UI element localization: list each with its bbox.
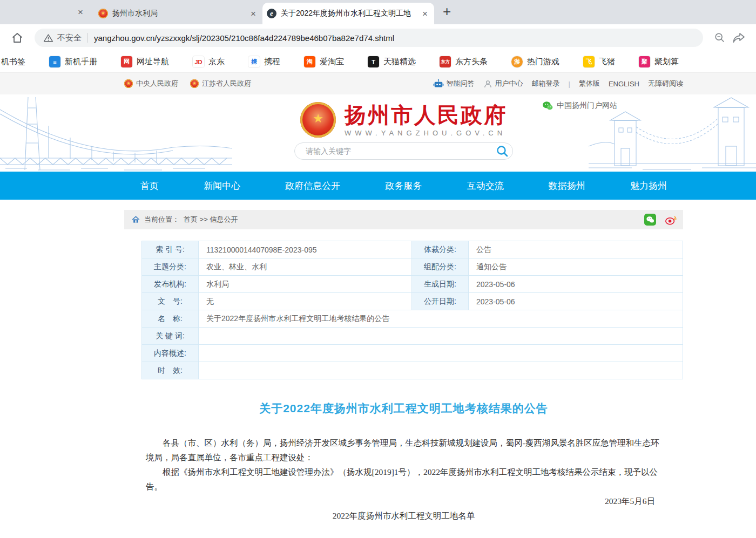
nav-item-news[interactable]: 新闻中心 bbox=[204, 180, 240, 192]
jiangsu-gov-link[interactable]: 江苏省人民政府 bbox=[190, 79, 251, 88]
bookmark-item[interactable]: 淘 爱淘宝 bbox=[304, 56, 344, 67]
national-emblem-icon bbox=[300, 102, 336, 138]
gov-emblem-icon bbox=[190, 79, 199, 88]
meta-label: 体裁分类: bbox=[412, 241, 469, 258]
table-row: 内容概述: bbox=[142, 345, 683, 362]
english-link[interactable]: ENGLISH bbox=[609, 80, 639, 88]
bookmark-item[interactable]: 机书签 bbox=[1, 57, 25, 67]
zoom-out-icon[interactable] bbox=[714, 32, 726, 44]
meta-value bbox=[199, 328, 683, 345]
taobao-icon: 淘 bbox=[304, 56, 315, 67]
site-url: WWW.YANGZHOU.GOV.CN bbox=[345, 129, 507, 137]
search-icon[interactable] bbox=[495, 144, 509, 158]
bookmark-label: 飞猪 bbox=[599, 57, 615, 67]
bookmark-item[interactable]: 游 热门游戏 bbox=[511, 56, 559, 67]
close-tab-icon[interactable]: × bbox=[420, 8, 430, 19]
site-header: 扬州市人民政府 WWW.YANGZHOU.GOV.CN 中国扬州门户网站 bbox=[0, 94, 756, 172]
bookmark-item[interactable]: 网 网址导航 bbox=[121, 56, 169, 67]
new-tab-button[interactable]: + bbox=[443, 3, 451, 20]
nav-item-charm[interactable]: 魅力扬州 bbox=[630, 180, 667, 192]
bookmark-item[interactable]: 飞 飞猪 bbox=[583, 56, 615, 67]
table-row: 文 号: 无 公开日期: 2023-05-06 bbox=[142, 293, 683, 310]
manual-icon: ≡ bbox=[49, 56, 60, 67]
tab-title: 扬州市水利局 bbox=[112, 9, 244, 18]
weibo-share-icon[interactable] bbox=[665, 214, 677, 226]
site-favicon-icon: e bbox=[267, 9, 276, 18]
games-icon: 游 bbox=[511, 56, 523, 67]
close-tab-icon[interactable]: × bbox=[248, 8, 258, 19]
site-search[interactable] bbox=[294, 142, 513, 160]
toutiao-icon: 东方 bbox=[440, 56, 451, 67]
url-text[interactable]: yangzhou.gov.cn/yzszxxgk/slj/202305/210c… bbox=[94, 33, 394, 43]
tab-title: 关于2022年度扬州市水利工程文明工地 bbox=[281, 9, 416, 18]
central-gov-link[interactable]: 中央人民政府 bbox=[124, 79, 178, 88]
meta-value bbox=[199, 362, 683, 379]
bookmark-label: 机书签 bbox=[1, 57, 25, 67]
robot-icon bbox=[433, 79, 444, 88]
meta-value: 水利局 bbox=[199, 276, 412, 293]
gov-emblem-icon bbox=[124, 79, 133, 88]
article-list-title: 2022年度扬州市水利工程文明工地名单 bbox=[146, 508, 662, 523]
meta-label: 文 号: bbox=[142, 293, 199, 310]
share-icon[interactable] bbox=[732, 32, 745, 44]
browser-chrome: × 扬州市水利局 × e 关于2022年度扬州市水利工程文明工地 × + 不安全… bbox=[0, 0, 756, 73]
bookmark-item[interactable]: 聚 聚划算 bbox=[639, 56, 679, 67]
article: 关于2022年度扬州市水利工程文明工地考核结果的公告 各县（市、区）水利（务）局… bbox=[124, 401, 683, 523]
portal-label: 中国扬州门户网站 bbox=[557, 101, 617, 111]
bookmark-item[interactable]: 东方 东方头条 bbox=[440, 56, 488, 67]
nav-item-home[interactable]: 首页 bbox=[140, 180, 159, 192]
wechat-share-icon[interactable] bbox=[644, 214, 656, 226]
meta-value: 无 bbox=[199, 293, 412, 310]
meta-value: 2023-05-06 bbox=[469, 276, 683, 293]
home-breadcrumb-icon[interactable] bbox=[132, 216, 140, 223]
home-icon[interactable] bbox=[11, 31, 24, 44]
table-row: 主题分类: 农业、林业、水利 组配分类: 通知公告 bbox=[142, 258, 683, 276]
traditional-link[interactable]: 繁体版 bbox=[579, 79, 600, 88]
address-bar-row: 不安全 yangzhou.gov.cn/yzszxxgk/slj/202305/… bbox=[0, 24, 756, 51]
nav-item-data[interactable]: 数据扬州 bbox=[549, 180, 585, 192]
user-center-link[interactable]: 用户中心 bbox=[483, 79, 523, 88]
tab-bar: × 扬州市水利局 × e 关于2022年度扬州市水利工程文明工地 × + bbox=[0, 0, 756, 24]
juhuasuan-icon: 聚 bbox=[639, 56, 650, 67]
bookmark-item[interactable]: ≡ 新机手册 bbox=[49, 56, 97, 67]
meta-label: 索 引 号: bbox=[142, 241, 199, 258]
gov-link-label: 中央人民政府 bbox=[136, 79, 178, 88]
portal-link[interactable]: 中国扬州门户网站 bbox=[542, 101, 617, 111]
bookmark-label: 聚划算 bbox=[654, 57, 679, 67]
meta-label: 内容概述: bbox=[142, 345, 199, 362]
nav-item-info-disclosure[interactable]: 政府信息公开 bbox=[285, 180, 340, 192]
nav-item-services[interactable]: 政务服务 bbox=[385, 180, 422, 192]
close-tab-icon[interactable]: × bbox=[76, 6, 85, 18]
accessibility-link[interactable]: 无障碍阅读 bbox=[648, 79, 683, 88]
article-paragraph: 各县（市、区）水利（务）局，扬州经济开发区城乡事务管理局，生态科技新城规划建设局… bbox=[146, 435, 662, 465]
search-input[interactable] bbox=[305, 146, 495, 156]
fliggy-icon: 飞 bbox=[583, 56, 595, 67]
meta-label: 名 称: bbox=[142, 310, 199, 328]
mail-login-link[interactable]: 邮箱登录 bbox=[532, 79, 560, 88]
site-utility-bar: 中央人民政府 江苏省人民政府 智能问答 用户中心 邮箱登录 | 繁体版 ENGL… bbox=[0, 73, 756, 94]
bookmark-item[interactable]: 携 携程 bbox=[248, 56, 280, 67]
tmall-icon: T bbox=[368, 56, 379, 67]
meta-value: 关于2022年度扬州市水利工程文明工地考核结果的公告 bbox=[199, 310, 683, 328]
bookmark-item[interactable]: JD 京东 bbox=[193, 56, 225, 67]
meta-label: 生成日期: bbox=[412, 276, 469, 293]
security-warning-icon[interactable] bbox=[43, 33, 53, 43]
browser-tab-active[interactable]: e 关于2022年度扬州市水利工程文明工地 × bbox=[262, 3, 434, 24]
browser-tab[interactable]: 扬州市水利局 × bbox=[94, 3, 262, 24]
user-icon bbox=[483, 79, 492, 88]
bookmarks-bar: 机书签 ≡ 新机手册 网 网址导航 JD 京东 携 携程 淘 爱淘宝 T 天猫精… bbox=[0, 51, 756, 73]
nav-item-interaction[interactable]: 互动交流 bbox=[467, 180, 504, 192]
breadcrumb-path[interactable]: 首页 >> 信息公开 bbox=[184, 215, 238, 224]
smart-qa-link[interactable]: 智能问答 bbox=[433, 79, 475, 88]
bookmark-item[interactable]: T 天猫精选 bbox=[368, 56, 416, 67]
breadcrumb-bar: 当前位置： 首页 >> 信息公开 bbox=[124, 210, 683, 229]
bookmark-label: 热门游戏 bbox=[527, 57, 559, 67]
table-row: 关 键 词: bbox=[142, 328, 683, 345]
gov-link-label: 江苏省人民政府 bbox=[202, 79, 251, 88]
meta-label: 公开日期: bbox=[412, 293, 469, 310]
article-paragraph: 根据《扬州市水利工程文明工地建设管理办法》（扬水规[2019]1号），2022年… bbox=[146, 465, 662, 494]
jd-icon: JD bbox=[193, 56, 204, 67]
document-meta-table: 索 引 号: 11321000014407098E-2023-095 体裁分类:… bbox=[141, 241, 683, 379]
security-label: 不安全 bbox=[57, 33, 82, 43]
address-bar[interactable]: 不安全 yangzhou.gov.cn/yzszxxgk/slj/202305/… bbox=[35, 29, 703, 47]
